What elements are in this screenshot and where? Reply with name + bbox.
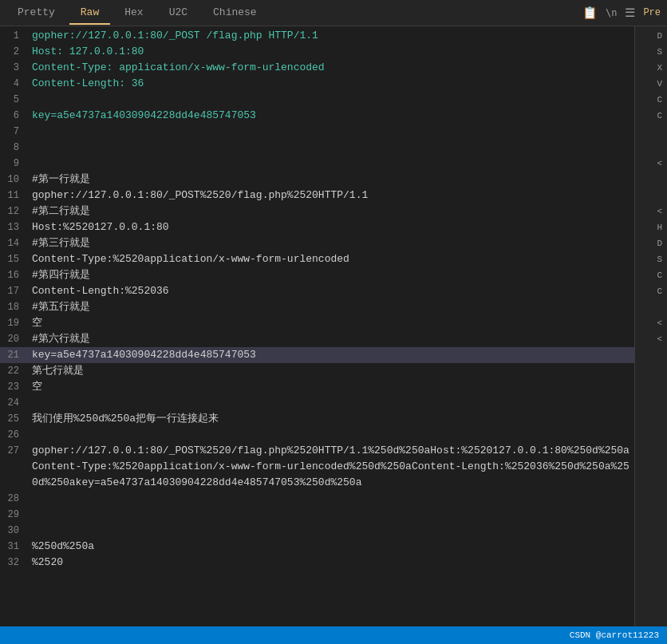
line-number: 13 xyxy=(0,219,26,235)
code-line: 5 xyxy=(0,92,634,108)
tab-hex[interactable]: Hex xyxy=(113,2,154,25)
line-content: Host:%2520127.0.0.1:80 xyxy=(26,219,634,235)
right-panel-line: V xyxy=(635,76,667,92)
code-line: 26 xyxy=(0,427,634,443)
line-number: 6 xyxy=(0,108,26,124)
line-content: Content-Type:%2520application/x-www-form… xyxy=(26,251,634,267)
right-panel-line xyxy=(635,443,667,459)
status-bar: CSDN @carrot11223 xyxy=(0,626,667,644)
line-content: key=a5e4737a14030904228dd4e485747053 xyxy=(26,108,634,124)
line-content: gopher://127.0.0.1:80/_POST%2520/flag.ph… xyxy=(26,188,634,203)
line-number: 32 xyxy=(0,555,26,571)
code-line: 3Content-Type: application/x-www-form-ur… xyxy=(0,60,634,76)
line-content: gopher://127.0.0.1:80/_POST /flag.php HT… xyxy=(26,28,634,44)
right-panel-line: < xyxy=(635,203,667,219)
doc-icon[interactable]: 📋 xyxy=(582,6,598,21)
code-line: 21key=a5e4737a14030904228dd4e485747053 xyxy=(0,347,634,363)
code-line: 11gopher://127.0.0.1:80/_POST%2520/flag.… xyxy=(0,188,634,203)
line-number: 25 xyxy=(0,411,26,427)
line-number: 3 xyxy=(0,60,26,76)
right-panel-line: < xyxy=(635,315,667,331)
line-content: #第六行就是 xyxy=(26,331,634,347)
right-panel-line: D xyxy=(635,28,667,44)
right-panel-line xyxy=(635,379,667,395)
code-line: 2Host: 127.0.0.1:80 xyxy=(0,44,634,60)
line-number: 30 xyxy=(0,523,26,539)
line-number: 1 xyxy=(0,28,26,44)
code-line: 10#第一行就是 xyxy=(0,172,634,188)
code-line: 14#第三行就是 xyxy=(0,235,634,251)
code-line: 7 xyxy=(0,124,634,140)
right-panel-line: S xyxy=(635,251,667,267)
right-panel-line: < xyxy=(635,156,667,172)
line-content: 第七行就是 xyxy=(26,363,634,379)
tab-chinese[interactable]: Chinese xyxy=(202,2,268,25)
newline-icon[interactable]: \n xyxy=(606,7,617,18)
line-content: Content-Type: application/x-www-form-url… xyxy=(26,60,634,76)
code-line: 20#第六行就是 xyxy=(0,331,634,347)
menu-icon[interactable]: ☰ xyxy=(625,6,635,21)
code-line: 16#第四行就是 xyxy=(0,267,634,283)
code-line: 17Content-Length:%252036 xyxy=(0,283,634,299)
code-line: 1gopher://127.0.0.1:80/_POST /flag.php H… xyxy=(0,28,634,44)
line-number: 19 xyxy=(0,315,26,331)
code-line: 30 xyxy=(0,523,634,539)
line-number: 16 xyxy=(0,267,26,283)
line-content: #第二行就是 xyxy=(26,203,634,219)
right-panel-line xyxy=(635,299,667,315)
line-content: #第五行就是 xyxy=(26,299,634,315)
right-panel-line xyxy=(635,363,667,379)
tab-bar: Pretty Raw Hex U2C Chinese 📋 \n ☰ Pre xyxy=(0,0,667,26)
tab-u2c[interactable]: U2C xyxy=(158,2,199,25)
right-panel-line: < xyxy=(635,331,667,347)
line-number: 23 xyxy=(0,379,26,395)
right-panel-line xyxy=(635,172,667,188)
main-area: 1gopher://127.0.0.1:80/_POST /flag.php H… xyxy=(0,26,667,626)
right-panel-line: C xyxy=(635,267,667,283)
line-number: 11 xyxy=(0,188,26,203)
code-line: 13Host:%2520127.0.0.1:80 xyxy=(0,219,634,235)
code-line: 31%250d%250a xyxy=(0,539,634,555)
line-number: 26 xyxy=(0,427,26,443)
code-line: 27gopher://127.0.0.1:80/_POST%2520/flag.… xyxy=(0,443,634,491)
right-panel: DSXVCC<<HDSCC<< xyxy=(635,26,667,626)
code-panel[interactable]: 1gopher://127.0.0.1:80/_POST /flag.php H… xyxy=(0,26,635,626)
code-line: 9 xyxy=(0,156,634,172)
right-panel-line: X xyxy=(635,60,667,76)
code-line: 32%2520 xyxy=(0,555,634,571)
code-line: 29 xyxy=(0,507,634,523)
right-panel-line xyxy=(635,188,667,203)
code-line: 8 xyxy=(0,140,634,156)
right-panel-line xyxy=(635,427,667,443)
line-number: 24 xyxy=(0,395,26,411)
line-number: 9 xyxy=(0,156,26,172)
line-number: 18 xyxy=(0,299,26,315)
code-line: 15Content-Type:%2520application/x-www-fo… xyxy=(0,251,634,267)
tab-raw[interactable]: Raw xyxy=(69,2,110,25)
line-content: Content-Length: 36 xyxy=(26,76,634,92)
code-line: 19空 xyxy=(0,315,634,331)
line-content: Host: 127.0.0.1:80 xyxy=(26,44,634,60)
code-line: 4Content-Length: 36 xyxy=(0,76,634,92)
status-text: CSDN @carrot11223 xyxy=(570,630,659,640)
code-line: 22第七行就是 xyxy=(0,363,634,379)
right-panel-line: H xyxy=(635,219,667,235)
code-line: 6key=a5e4737a14030904228dd4e485747053 xyxy=(0,108,634,124)
line-number: 14 xyxy=(0,235,26,251)
line-number: 5 xyxy=(0,92,26,108)
right-panel-line xyxy=(635,140,667,156)
line-content: key=a5e4737a14030904228dd4e485747053 xyxy=(26,347,634,363)
right-panel-line: D xyxy=(635,235,667,251)
code-line: 18#第五行就是 xyxy=(0,299,634,315)
line-number: 21 xyxy=(0,347,26,363)
line-content: gopher://127.0.0.1:80/_POST%2520/flag.ph… xyxy=(26,443,634,491)
right-panel-line xyxy=(635,459,667,475)
line-number: 31 xyxy=(0,539,26,555)
right-panel-line: C xyxy=(635,92,667,108)
tab-pretty[interactable]: Pretty xyxy=(6,2,66,25)
line-number: 28 xyxy=(0,491,26,507)
line-content: #第三行就是 xyxy=(26,235,634,251)
right-panel-line xyxy=(635,347,667,363)
line-number: 2 xyxy=(0,44,26,60)
line-content: #第一行就是 xyxy=(26,172,634,188)
